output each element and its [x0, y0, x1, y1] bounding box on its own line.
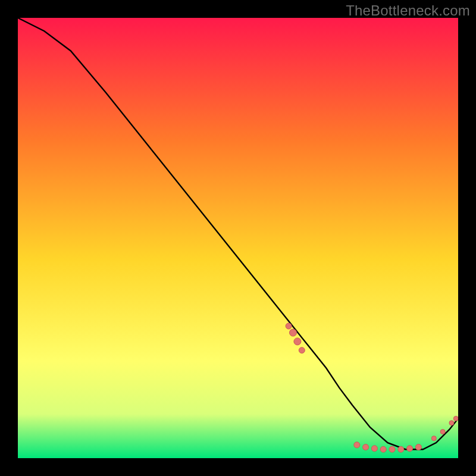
marker-rise-2 [440, 430, 445, 434]
marker-rise-3 [449, 421, 454, 425]
plot-area [18, 18, 458, 458]
marker-rise-4 [453, 416, 458, 421]
marker-rise-1 [431, 436, 436, 441]
marker-cluster-left-2 [290, 329, 297, 336]
watermark-text: TheBottleneck.com [346, 2, 470, 19]
chart-svg [18, 18, 458, 458]
marker-floor-8 [415, 444, 421, 450]
marker-floor-6 [398, 446, 404, 452]
gradient-background [18, 18, 458, 458]
chart-frame: TheBottleneck.com [0, 0, 476, 476]
marker-floor-1 [354, 442, 360, 448]
marker-cluster-left-3 [294, 338, 301, 345]
marker-floor-4 [380, 446, 386, 452]
marker-floor-7 [407, 446, 413, 452]
marker-cluster-left-4 [299, 347, 305, 353]
marker-floor-3 [371, 446, 377, 452]
marker-floor-2 [363, 444, 369, 450]
marker-cluster-left-1 [286, 323, 292, 329]
marker-floor-5 [389, 446, 395, 452]
